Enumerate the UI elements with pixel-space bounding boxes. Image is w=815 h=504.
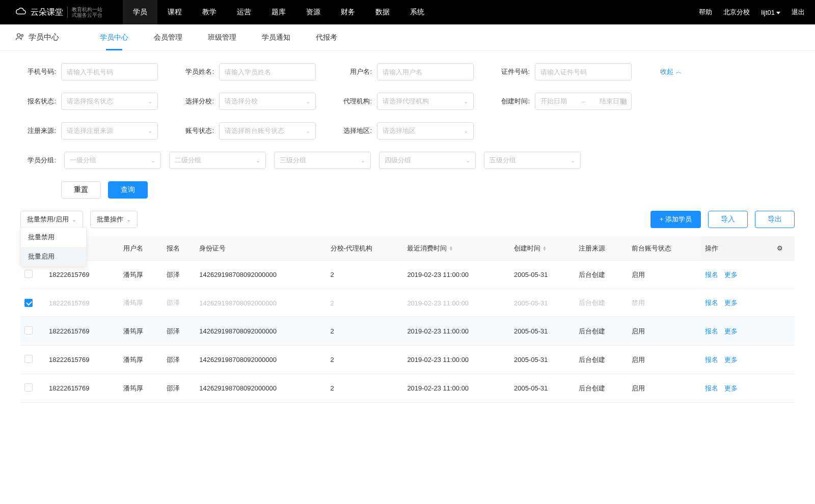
menu-item-enable[interactable]: 批量启用 <box>21 247 86 266</box>
row-checkbox[interactable] <box>24 326 33 334</box>
row-checkbox[interactable] <box>24 383 33 391</box>
help-link[interactable]: 帮助 <box>699 8 712 17</box>
bulk-toggle-menu: 批量禁用 批量启用 <box>20 227 87 267</box>
topnav-item-3[interactable]: 运营 <box>227 0 261 24</box>
reset-button[interactable]: 重置 <box>61 181 101 199</box>
bulk-toggle-button[interactable]: 批量禁用/启用⌄ <box>20 211 83 228</box>
user-icon <box>15 32 24 43</box>
cell: 2019-02-23 11:00:00 <box>403 374 510 403</box>
select-acct[interactable]: 请选择前台账号状态⌄ <box>219 122 316 139</box>
cell: 报名更多 <box>701 374 773 403</box>
subnav-items: 学员中心会员管理班级管理学员通知代报考 <box>100 24 337 50</box>
more-link[interactable]: 更多 <box>724 271 738 278</box>
select-branch[interactable]: 请选择分校⌄ <box>219 93 316 110</box>
cell <box>20 317 45 346</box>
select-region[interactable]: 请选择地区⌄ <box>377 122 474 139</box>
cell <box>20 346 45 374</box>
topnav-item-6[interactable]: 财务 <box>331 0 365 24</box>
topnav-item-5[interactable]: 资源 <box>296 0 331 24</box>
subnav-item-0[interactable]: 学员中心 <box>100 24 128 50</box>
chevron-down-icon: ⌄ <box>126 216 131 223</box>
search-button[interactable]: 查询 <box>108 181 148 199</box>
logout-link[interactable]: 退出 <box>792 8 805 17</box>
subnav-item-4[interactable]: 代报考 <box>316 24 337 50</box>
col-7[interactable]: 创建时间▲▼ <box>510 236 575 261</box>
row-checkbox[interactable] <box>24 270 33 278</box>
cell: 18222615769 <box>45 317 119 346</box>
cell: 邵泽 <box>162 289 195 317</box>
more-link[interactable]: 更多 <box>724 356 738 363</box>
caret-down-icon <box>776 12 780 14</box>
add-student-button[interactable]: + 添加学员 <box>650 211 701 228</box>
chevron-down-icon: ⌄ <box>464 128 468 134</box>
select-source[interactable]: 请选择注册来源⌄ <box>61 122 158 139</box>
select-group-4[interactable]: 四级分组⌄ <box>379 152 476 169</box>
col-6[interactable]: 最近消费时间▲▼ <box>403 236 510 261</box>
label-created: 创建时间: <box>494 97 530 106</box>
col-4: 身份证号 <box>195 236 326 261</box>
enroll-link[interactable]: 报名 <box>705 271 718 278</box>
top-nav: 云朵课堂 教育机构一站式服务云平台 学员课程教学运营题库资源财务数据系统 帮助 … <box>0 0 815 24</box>
bulk-ops-button[interactable]: 批量操作⌄ <box>90 211 138 228</box>
cell: 142629198708092000000 <box>195 346 326 374</box>
row-checkbox[interactable] <box>24 355 33 363</box>
cell: 潘筠厚 <box>119 289 162 317</box>
topnav-item-7[interactable]: 数据 <box>365 0 400 24</box>
subnav-item-1[interactable]: 会员管理 <box>154 24 182 50</box>
cell: 18222615769 <box>45 346 119 374</box>
more-link[interactable]: 更多 <box>724 384 738 392</box>
user-menu[interactable]: lijt01 <box>761 9 780 16</box>
cell: 潘筠厚 <box>119 346 162 374</box>
select-agency[interactable]: 请选择代理机构⌄ <box>377 93 474 110</box>
enroll-link[interactable]: 报名 <box>705 327 718 335</box>
topnav-item-8[interactable]: 系统 <box>400 0 434 24</box>
cell: 2005-05-31 <box>510 374 575 403</box>
svg-point-0 <box>17 34 20 37</box>
import-button[interactable]: 导入 <box>708 211 748 228</box>
col-9: 前台账号状态 <box>628 236 701 261</box>
cell: 邵泽 <box>162 317 195 346</box>
input-name[interactable] <box>219 63 316 80</box>
menu-item-disable[interactable]: 批量禁用 <box>21 228 86 247</box>
select-group-3[interactable]: 三级分组⌄ <box>274 152 371 169</box>
cell: 启用 <box>628 261 701 289</box>
input-user[interactable] <box>377 63 474 80</box>
cell: 潘筠厚 <box>119 374 162 403</box>
more-link[interactable]: 更多 <box>724 327 738 335</box>
topnav-item-0[interactable]: 学员 <box>123 0 157 24</box>
label-region: 选择地区: <box>336 126 372 135</box>
topnav-item-1[interactable]: 课程 <box>157 0 192 24</box>
subnav-item-2[interactable]: 班级管理 <box>208 24 236 50</box>
enroll-link[interactable]: 报名 <box>705 356 718 363</box>
select-enroll[interactable]: 请选择报名状态⌄ <box>61 93 158 110</box>
table-row: 18222615769潘筠厚邵泽142629198708092000000220… <box>20 346 795 374</box>
more-link[interactable]: 更多 <box>724 299 738 306</box>
cell <box>20 289 45 317</box>
cell: 潘筠厚 <box>119 317 162 346</box>
chevron-down-icon: ⌄ <box>256 157 260 164</box>
date-range[interactable]: 开始日期–结束日期▤ <box>535 93 632 110</box>
branch-link[interactable]: 北京分校 <box>723 8 750 17</box>
col-3: 报名 <box>162 236 195 261</box>
select-group-5[interactable]: 五级分组⌄ <box>484 152 581 169</box>
col-2: 用户名 <box>119 236 162 261</box>
export-button[interactable]: 导出 <box>755 211 795 228</box>
enroll-link[interactable]: 报名 <box>705 384 718 392</box>
label-enroll: 报名状态: <box>20 97 56 106</box>
select-group-1[interactable]: 一级分组⌄ <box>64 152 161 169</box>
table-row: 18222615769潘筠厚邵泽142629198708092000000220… <box>20 289 795 317</box>
enroll-link[interactable]: 报名 <box>705 299 718 306</box>
logo-sub: 教育机构一站式服务云平台 <box>67 7 102 18</box>
gear-icon[interactable]: ⚙ <box>773 236 795 261</box>
input-phone[interactable] <box>61 63 158 80</box>
cloud-icon <box>15 7 26 18</box>
chevron-down-icon: ⌄ <box>151 157 155 164</box>
collapse-toggle[interactable]: 收起︿ <box>660 67 682 76</box>
input-idno[interactable] <box>535 63 632 80</box>
select-group-2[interactable]: 二级分组⌄ <box>169 152 266 169</box>
topnav-item-4[interactable]: 题库 <box>261 0 296 24</box>
topnav-item-2[interactable]: 教学 <box>192 0 227 24</box>
subnav-item-3[interactable]: 学员通知 <box>262 24 290 50</box>
row-checkbox[interactable] <box>24 299 33 307</box>
cell: 后台创建 <box>575 317 628 346</box>
